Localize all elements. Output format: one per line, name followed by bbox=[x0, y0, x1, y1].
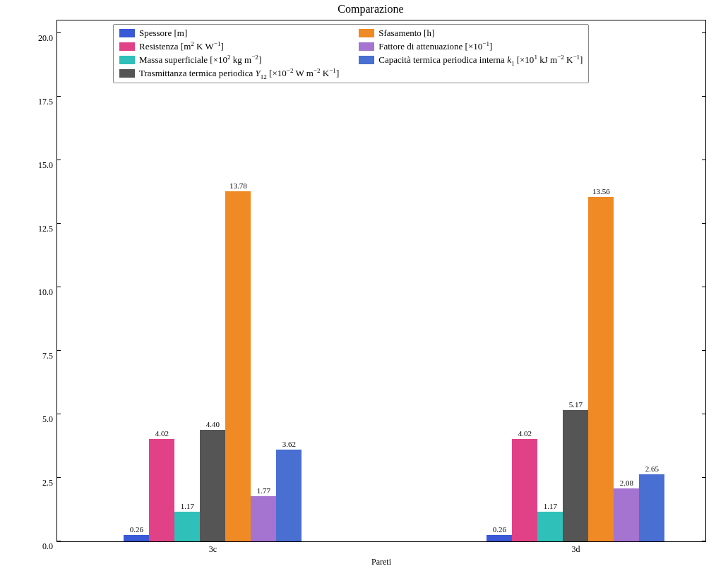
legend-col-2: Sfasamento [h] Fattore di attenuazione [… bbox=[359, 28, 583, 80]
bar-value-label: 13.78 bbox=[229, 181, 247, 191]
bar: 1.17 bbox=[174, 512, 200, 541]
legend-swatch bbox=[359, 42, 374, 51]
bar: 4.02 bbox=[149, 439, 174, 541]
bar: 5.17 bbox=[563, 410, 588, 541]
bar-value-label: 4.02 bbox=[518, 429, 532, 439]
bar-value-label: 13.56 bbox=[592, 187, 610, 197]
bar-value-label: 1.17 bbox=[181, 502, 194, 512]
bar-value-label: 4.40 bbox=[206, 420, 220, 430]
bar: 1.77 bbox=[251, 496, 276, 541]
bar: 13.56 bbox=[588, 197, 614, 541]
legend-item: Sfasamento [h] bbox=[359, 28, 583, 40]
legend-swatch bbox=[119, 56, 135, 64]
y-tick-label: 2.5 bbox=[42, 478, 57, 488]
bar: 2.08 bbox=[614, 488, 639, 541]
legend: Spessore [m] Resistenza [m2 K W−1] Massa… bbox=[113, 24, 589, 83]
legend-swatch bbox=[359, 56, 374, 64]
y-tick-label: 10.0 bbox=[38, 287, 57, 298]
legend-item: Resistenza [m2 K W−1] bbox=[119, 41, 339, 53]
bar: 1.17 bbox=[537, 512, 563, 541]
bar: 4.02 bbox=[512, 439, 537, 541]
y-tick-label: 12.5 bbox=[38, 224, 57, 234]
legend-swatch bbox=[119, 29, 135, 37]
bar: 13.78 bbox=[225, 191, 251, 541]
bar: 2.65 bbox=[639, 474, 664, 541]
legend-label: Spessore [m] bbox=[139, 28, 187, 40]
bar-value-label: 1.17 bbox=[544, 502, 557, 512]
plot-area: 0.02.55.07.510.012.515.017.520.03c0.264.… bbox=[56, 20, 706, 542]
legend-item: Massa superficiale [×102 kg m−2] bbox=[119, 54, 339, 66]
legend-item: Fattore di attenuazione [×10−1] bbox=[359, 41, 583, 53]
bar-value-label: 0.26 bbox=[493, 525, 506, 535]
bar-value-label: 0.26 bbox=[130, 525, 143, 535]
y-tick-label: 15.0 bbox=[38, 160, 57, 171]
bar-value-label: 1.77 bbox=[257, 486, 270, 496]
bar-value-label: 5.17 bbox=[569, 400, 583, 410]
legend-label: Fattore di attenuazione [×10−1] bbox=[378, 41, 492, 53]
chart-container: Comparazione 0.02.55.07.510.012.515.017.… bbox=[28, 0, 713, 571]
legend-label: Sfasamento [h] bbox=[378, 28, 434, 40]
legend-swatch bbox=[119, 69, 135, 78]
legend-col-1: Spessore [m] Resistenza [m2 K W−1] Massa… bbox=[119, 28, 339, 80]
bar: 0.26 bbox=[487, 535, 512, 541]
legend-item: Capacità termica periodica interna k1 [×… bbox=[359, 54, 583, 66]
y-tick-label: 0.0 bbox=[42, 541, 57, 552]
legend-label: Resistenza [m2 K W−1] bbox=[139, 41, 224, 53]
bar: 0.26 bbox=[124, 535, 149, 541]
bar-value-label: 3.62 bbox=[282, 440, 296, 450]
bar-value-label: 2.65 bbox=[645, 464, 659, 474]
bar: 3.62 bbox=[276, 450, 302, 541]
y-tick-label: 17.5 bbox=[38, 97, 57, 107]
legend-swatch bbox=[119, 42, 135, 51]
chart-title: Comparazione bbox=[28, 3, 713, 16]
bar: 4.40 bbox=[200, 430, 225, 541]
legend-label: Massa superficiale [×102 kg m−2] bbox=[139, 54, 261, 66]
x-axis-label: Pareti bbox=[57, 541, 705, 567]
legend-item: Trasmittanza termica periodica Y12 [×10−… bbox=[119, 68, 339, 80]
legend-label: Capacità termica periodica interna k1 [×… bbox=[378, 54, 583, 66]
bar-value-label: 4.02 bbox=[155, 429, 169, 439]
y-tick-label: 7.5 bbox=[42, 351, 57, 361]
y-tick-label: 5.0 bbox=[42, 414, 57, 425]
legend-label: Trasmittanza termica periodica Y12 [×10−… bbox=[139, 68, 339, 80]
y-tick-label: 20.0 bbox=[38, 33, 57, 44]
legend-item: Spessore [m] bbox=[119, 28, 339, 40]
bar-value-label: 2.08 bbox=[620, 479, 633, 488]
legend-swatch bbox=[359, 29, 374, 37]
